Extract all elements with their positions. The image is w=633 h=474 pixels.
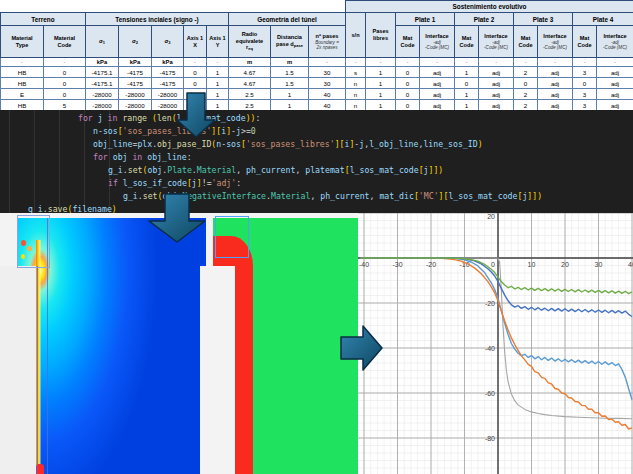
table-cell: HB [1,100,44,111]
table-cell: 0 [396,100,420,111]
column-header: MaterialType [1,26,44,58]
code-line: g_i.set(obj.Plate.Material, ph_current, … [108,164,443,177]
code-line: for obj in obj_line: [93,151,192,164]
table-cell: 0 [396,89,420,100]
table-cell: -4175.1 [86,67,119,78]
table-row: HB5-28000-28000-28000012.5140n10adj1adj2… [1,100,633,111]
code-line: if l_sos_if_code[j]!='adj': [108,177,241,190]
excavation-outline-plot1 [17,215,50,268]
table-cell: HB [1,67,44,78]
table-cell: -4175 [152,67,184,78]
table-cell: -28000 [119,89,152,100]
unit-cell: kPa [86,58,119,67]
code-line: n-sos['sos_pases_libres'][i]-j>=0 [93,125,256,138]
chart-series-orange [361,258,632,429]
table-row: HB0-4175.1-4175-4175014.671.530s10adj1ad… [1,67,633,78]
table-cell: adj [420,67,455,78]
table-cell: 0 [44,67,86,78]
x-tick-label: -30 [392,261,402,268]
column-header-pases-libres: Pases libres [366,13,396,58]
group-header-sostenimiento: Sostenimiento evolutivo [346,1,633,13]
unit-cell: - [207,58,229,67]
column-header: Distanciapase dpase [271,26,309,58]
y-tick-label: -80 [485,435,495,442]
column-header: MatCode [573,26,597,58]
unit-cell: - [366,58,396,67]
column-header: Radioequivaletereq [229,26,271,58]
table-cell: -28000 [119,100,152,111]
contour-plot-excavation-notch [0,266,36,474]
python-code-block: for j in range (len(l_sos_mat_code)):n-s… [0,110,633,213]
unit-cell: - [346,58,366,67]
table-cell: 0 [184,100,207,111]
table-cell: 1 [207,78,229,89]
table-cell: 1 [366,100,396,111]
table-cell: 30 [309,67,346,78]
unit-cell: m [271,58,309,67]
table-cell: 0 [184,89,207,100]
table-cell: adj [538,78,573,89]
table-cell: 0 [44,89,86,100]
table-cell: n [346,89,366,100]
convergence-chart: -40-30-20-1001020304020-20-40-60-80 [358,213,633,474]
column-header: Axis 1X [184,26,207,58]
table-cell: 5 [44,100,86,111]
column-header: Interface-adj-Code (MC) [538,26,573,58]
column-header: σ3 [152,26,184,58]
unit-cell: kPa [152,58,184,67]
x-tick-label: 20 [561,261,569,268]
unit-cell: - [309,58,346,67]
table-cell: 0 [184,78,207,89]
convergence-chart-svg: -40-30-20-1001020304020-20-40-60-80 [358,213,633,474]
table-cell: 4.67 [229,78,271,89]
x-tick-label: 40 [628,261,633,268]
table-cell: adj [479,78,514,89]
table-cell: adj [538,67,573,78]
unit-cell: - [455,58,479,67]
group-header-plate-4: Plate 4 [573,13,633,26]
y-tick-label: -60 [485,390,495,397]
table-cell: 40 [309,89,346,100]
group-header-plate-3: Plate 3 [514,13,573,26]
table-cell: 1 [271,100,309,111]
table-cell: 1 [455,67,479,78]
unit-cell: - [479,58,514,67]
y-tick-label: -20 [485,300,495,307]
table-top-spacer [1,1,346,13]
unit-cell: - [573,58,597,67]
x-tick-label: 10 [528,261,536,268]
table-cell: 0 [44,78,86,89]
workflow-figure: { "table": { "groups": { "terreno": "Ter… [0,0,633,474]
x-tick-label: 30 [595,261,603,268]
unit-cell: - [514,58,538,67]
table-cell: 1 [207,89,229,100]
table-cell: 1 [207,100,229,111]
table-cell: 0 [573,78,597,89]
column-header: σ2 [119,26,152,58]
unit-cell: kPa [119,58,152,67]
table-cell: 1.5 [271,78,309,89]
column-header: MatCode [455,26,479,58]
table-cell: adj [597,78,633,89]
table-cell: 3 [573,89,597,100]
group-header-tensiones: Tensiones inciales (signo -) [86,13,229,26]
table-cell: 3 [573,67,597,78]
group-header-geometria: Geometría del túnel [229,13,346,26]
unit-cell: - [538,58,573,67]
table-cell: adj [538,100,573,111]
table-cell: -28000 [86,89,119,100]
unit-cell: - [1,58,44,67]
table-cell: 2 [514,89,538,100]
table-cell: -4175 [119,67,152,78]
column-header: nº pasesBoundary =2x npases [309,26,346,58]
table-cell: adj [479,100,514,111]
table-cell: 0 [184,67,207,78]
table-cell: adj [597,67,633,78]
table-cell: 2.5 [229,89,271,100]
column-header: MatCode [514,26,538,58]
table-cell: 1 [366,89,396,100]
code-line: obj_line=plx.obj_pase_ID(n-sos['sos_pase… [93,138,483,151]
code-line: g_i.set(obj.NegativeInterface.Material, … [123,190,542,203]
group-header-plate-2: Plate 2 [455,13,514,26]
shaft-wall-line-inner [37,266,38,474]
